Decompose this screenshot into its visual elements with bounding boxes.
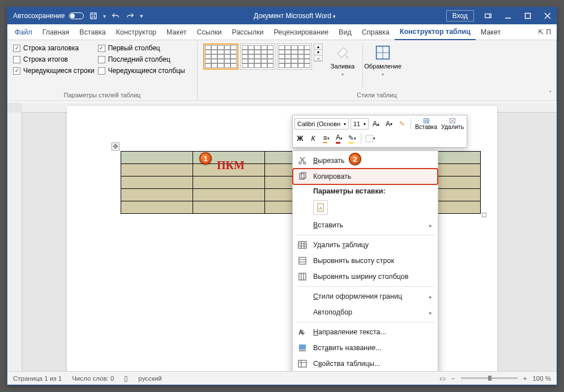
chk-first-col[interactable]: ✓Первый столбец	[98, 42, 185, 54]
save-icon[interactable]	[88, 11, 99, 21]
highlight-button[interactable]: ✎▾	[347, 133, 358, 144]
svg-rect-15	[299, 273, 306, 280]
style-gallery-nav[interactable]: ▴▾⌄	[314, 44, 323, 62]
tab-mail[interactable]: Рассылки	[227, 24, 268, 40]
tab-help[interactable]: Справка	[357, 24, 395, 40]
chk-banded-cols[interactable]: Чередующиеся столбцы	[98, 65, 185, 76]
svg-rect-19	[298, 360, 306, 367]
tab-refs[interactable]: Ссылки	[191, 24, 227, 40]
delete-button[interactable]: Удалить	[440, 118, 465, 130]
status-page[interactable]: Страница 1 из 1	[13, 375, 62, 382]
svg-rect-1	[485, 14, 491, 18]
autosave-toggle[interactable]	[69, 12, 84, 19]
table-resize-handle[interactable]	[482, 213, 486, 217]
chk-banded-rows[interactable]: ✓Чередующиеся строки	[13, 65, 95, 76]
status-bar: Страница 1 из 1 Число слов: 0 ▯ русский …	[7, 371, 557, 385]
tab-file[interactable]: Файл	[10, 24, 37, 40]
table-move-handle[interactable]: ✥	[112, 143, 119, 150]
maximize-button[interactable]	[519, 7, 537, 24]
font-color-button[interactable]: A▾	[334, 133, 345, 144]
ctx-paste-options: A	[293, 198, 438, 217]
chk-header-row[interactable]: ✓Строка заголовка	[13, 42, 95, 54]
chk-last-col[interactable]: Последний столбец	[98, 54, 185, 65]
tab-view[interactable]: Вид	[334, 24, 357, 40]
ctx-cut[interactable]: Вырезать	[293, 153, 438, 169]
italic-button[interactable]: К	[307, 133, 319, 144]
svg-rect-14	[299, 257, 306, 264]
ctx-delete-table[interactable]: Удалить таблицу	[293, 237, 438, 253]
undo-icon[interactable]	[110, 11, 121, 21]
fill-button[interactable]: Заливка▾	[326, 42, 359, 79]
status-proofing-icon[interactable]: ▯	[124, 374, 128, 382]
ctx-copy[interactable]: Копировать	[293, 169, 438, 184]
ctx-text-direction[interactable]: AНаправление текста...	[293, 324, 438, 340]
annotation-badge-2: 2	[349, 153, 361, 165]
table-style-3[interactable]	[277, 44, 312, 70]
format-painter-icon[interactable]: ✎	[396, 118, 408, 130]
bold-button[interactable]: Ж	[294, 133, 306, 144]
ctx-row-height[interactable]: Выровнять высоту строк	[293, 253, 438, 269]
ctx-copy-label: Копировать	[313, 173, 351, 180]
document-area: ✥ 1 ПКМ Calibri (Основн▾ 11▾ A▴ A▾ ✎ Вст…	[7, 102, 557, 371]
view-readmode-icon[interactable]: ▭	[439, 374, 446, 382]
tab-home[interactable]: Главная	[37, 24, 75, 40]
chk-total-row[interactable]: Строка итогов	[13, 54, 95, 65]
underline-button[interactable]: ≡▾	[321, 133, 332, 144]
svg-point-8	[304, 162, 306, 164]
table-style-2[interactable]	[240, 44, 275, 70]
ctx-paste[interactable]: Вставить▸	[293, 217, 438, 233]
ctx-caption[interactable]: Вставить название...	[293, 340, 438, 356]
zoom-in[interactable]: +	[523, 375, 527, 382]
shrink-font-icon[interactable]: A▾	[383, 118, 395, 130]
status-lang[interactable]: русский	[138, 375, 161, 382]
redo-icon[interactable]	[125, 11, 135, 21]
collapse-ribbon-icon[interactable]: ˄	[549, 90, 552, 97]
paste-keep-formatting[interactable]: A	[313, 200, 328, 215]
annotation-badge-1: 1	[199, 152, 212, 165]
ribbon-tabs: Файл Главная Вставка Конструктор Макет С…	[7, 24, 557, 40]
zoom-out[interactable]: −	[451, 375, 455, 382]
tab-insert[interactable]: Вставка	[74, 24, 110, 40]
group-label-style-opts: Параметры стилей таблиц	[13, 92, 191, 101]
svg-rect-17	[299, 344, 306, 350]
ctx-paste-header: Параметры вставки:	[293, 184, 438, 198]
tab-table-layout[interactable]: Макет	[476, 24, 506, 40]
display-mode-icon[interactable]	[479, 7, 497, 24]
ctx-col-width[interactable]: Выровнять ширину столбцов	[293, 269, 438, 285]
insert-button[interactable]: Вставка	[414, 118, 438, 130]
group-label-table-styles: Стили таблиц	[203, 92, 550, 101]
borders-mini-button[interactable]: ▾	[364, 133, 377, 144]
ctx-autofit[interactable]: Автоподбор▸	[293, 304, 438, 320]
status-words[interactable]: Число слов: 0	[72, 375, 114, 382]
font-combo[interactable]: Calibri (Основн▾	[294, 118, 349, 130]
tab-table-design[interactable]: Конструктор таблиц	[395, 24, 476, 40]
tab-design[interactable]: Конструктор	[111, 24, 161, 40]
zoom-slider[interactable]	[461, 377, 518, 379]
annotation-pkm: ПКМ	[217, 159, 245, 172]
minimize-button[interactable]	[499, 7, 517, 24]
comments-icon[interactable]: П	[546, 28, 551, 36]
size-combo[interactable]: 11▾	[351, 118, 369, 130]
svg-text:A: A	[319, 206, 322, 211]
borders-button[interactable]: Обрамление▾	[366, 42, 399, 79]
tab-layout[interactable]: Макет	[161, 24, 191, 40]
svg-point-7	[299, 162, 301, 164]
ctx-props[interactable]: Свойства таблицы...	[293, 356, 438, 371]
grow-font-icon[interactable]: A▴	[370, 118, 382, 130]
svg-text:A: A	[299, 329, 303, 335]
context-menu: Вырезать Копировать Параметры вставки: A…	[292, 150, 438, 371]
svg-rect-0	[91, 13, 97, 19]
autosave-label: Автосохранение	[13, 12, 65, 20]
table-style-1[interactable]	[203, 44, 238, 70]
share-icon[interactable]: ⇱	[538, 28, 544, 36]
login-button[interactable]: Вход	[446, 10, 474, 21]
ctx-border-styles[interactable]: Стили оформления границ▸	[293, 288, 438, 304]
zoom-value[interactable]: 100 %	[532, 375, 551, 382]
vertical-ruler[interactable]	[7, 113, 22, 371]
tab-review[interactable]: Рецензирование	[269, 24, 334, 40]
doc-title: Документ Microsoft Word ▾	[143, 12, 446, 20]
title-bar: Автосохранение ▾ ▾ Документ Microsoft Wo…	[7, 7, 557, 24]
ribbon: ✓Строка заголовка Строка итогов ✓Чередую…	[7, 40, 557, 101]
close-button[interactable]	[539, 7, 557, 24]
svg-rect-13	[298, 242, 306, 248]
